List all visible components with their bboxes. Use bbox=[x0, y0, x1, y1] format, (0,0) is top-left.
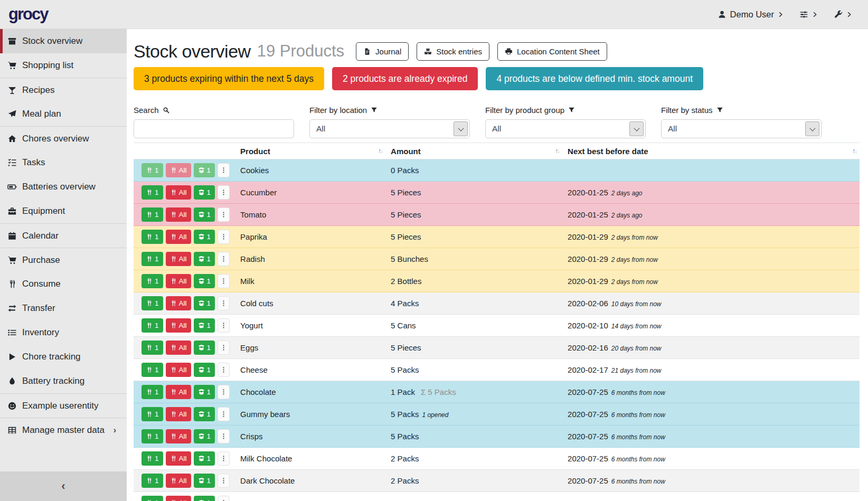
sidebar-item-example-userentity[interactable]: Example userentity bbox=[0, 393, 127, 418]
sidebar-item-tasks[interactable]: Tasks bbox=[0, 150, 127, 175]
sidebar-item-equipment[interactable]: Equipment bbox=[0, 199, 127, 223]
sidebar-item-meal-plan[interactable]: Meal plan bbox=[0, 102, 127, 126]
alert-info[interactable]: 4 products are below defined min. stock … bbox=[486, 67, 703, 90]
mark-opened-button[interactable]: 1 bbox=[194, 407, 215, 421]
mark-opened-button[interactable]: 1 bbox=[194, 163, 215, 177]
sidebar-item-shopping-list[interactable]: Shopping list bbox=[0, 53, 127, 78]
location-content-sheet-button[interactable]: Location Content Sheet bbox=[497, 42, 607, 61]
mark-opened-button[interactable]: 1 bbox=[194, 451, 215, 466]
mark-opened-button[interactable]: 1 bbox=[194, 318, 215, 333]
more-actions-button[interactable] bbox=[218, 407, 230, 421]
more-actions-button[interactable] bbox=[218, 496, 230, 501]
stock-entries-button[interactable]: Stock entries bbox=[417, 42, 489, 61]
consume-one-button[interactable]: 1 bbox=[141, 385, 163, 399]
sidebar-item-battery-tracking[interactable]: Battery tracking bbox=[0, 369, 127, 393]
journal-button[interactable]: Journal bbox=[356, 42, 409, 61]
more-actions-button[interactable] bbox=[218, 274, 230, 288]
sidebar-item-manage-master-data[interactable]: Manage master data bbox=[0, 418, 127, 442]
sidebar-item-stock-overview[interactable]: Stock overview bbox=[0, 29, 127, 53]
more-actions-button[interactable] bbox=[218, 252, 230, 266]
consume-all-button[interactable]: All bbox=[166, 274, 191, 288]
mark-opened-button[interactable]: 1 bbox=[194, 296, 215, 310]
mark-opened-button[interactable]: 1 bbox=[194, 474, 215, 488]
product-group-select[interactable]: All bbox=[485, 119, 646, 138]
sidebar-item-consume[interactable]: Consume bbox=[0, 272, 127, 296]
mark-opened-button[interactable]: 1 bbox=[194, 496, 215, 501]
consume-one-button[interactable]: 1 bbox=[141, 185, 163, 200]
consume-one-button[interactable]: 1 bbox=[141, 274, 163, 288]
mark-opened-button[interactable]: 1 bbox=[194, 274, 215, 288]
consume-all-button[interactable]: All bbox=[166, 318, 191, 333]
consume-all-button[interactable]: All bbox=[166, 185, 191, 200]
admin-menu[interactable] bbox=[834, 10, 852, 19]
location-select[interactable]: All bbox=[309, 119, 470, 138]
more-actions-button[interactable] bbox=[218, 163, 230, 177]
consume-one-button[interactable]: 1 bbox=[141, 451, 163, 466]
sidebar-item-batteries-overview[interactable]: Batteries overview bbox=[0, 175, 127, 199]
consume-one-button[interactable]: 1 bbox=[141, 496, 163, 501]
consume-all-button[interactable]: All bbox=[166, 474, 191, 488]
consume-all-button[interactable]: All bbox=[166, 385, 191, 399]
sidebar-item-chore-tracking[interactable]: Chore tracking bbox=[0, 345, 127, 369]
more-actions-button[interactable] bbox=[218, 451, 230, 466]
more-actions-button[interactable] bbox=[218, 429, 230, 443]
alert-danger[interactable]: 2 products are already expired bbox=[332, 67, 478, 90]
mark-opened-button[interactable]: 1 bbox=[194, 185, 215, 200]
grocy-logo[interactable]: grocy bbox=[8, 5, 48, 24]
sidebar-item-purchase[interactable]: Purchase bbox=[0, 248, 127, 272]
more-actions-button[interactable] bbox=[218, 207, 230, 222]
sidebar-item-recipes[interactable]: Recipes bbox=[0, 78, 127, 102]
mark-opened-button[interactable]: 1 bbox=[194, 207, 215, 222]
mark-opened-button[interactable]: 1 bbox=[194, 230, 215, 244]
consume-one-button[interactable]: 1 bbox=[141, 474, 163, 488]
more-actions-button[interactable] bbox=[218, 185, 230, 200]
sidebar-item-chores-overview[interactable]: Chores overview bbox=[0, 126, 127, 150]
consume-one-button[interactable]: 1 bbox=[141, 341, 163, 355]
more-actions-button[interactable] bbox=[218, 230, 230, 244]
consume-one-button[interactable]: 1 bbox=[141, 230, 163, 244]
consume-all-button[interactable]: All bbox=[166, 296, 191, 310]
mark-opened-button[interactable]: 1 bbox=[194, 429, 215, 443]
settings-menu[interactable] bbox=[799, 10, 818, 19]
consume-one-button[interactable]: 1 bbox=[141, 207, 163, 222]
search-input[interactable] bbox=[134, 119, 294, 138]
mark-opened-button[interactable]: 1 bbox=[194, 385, 215, 399]
user-menu[interactable]: Demo User bbox=[718, 10, 784, 20]
more-actions-button[interactable] bbox=[218, 385, 230, 399]
more-actions-button[interactable] bbox=[218, 363, 230, 377]
consume-all-button[interactable]: All bbox=[166, 341, 191, 355]
consume-all-button[interactable]: All bbox=[166, 451, 191, 466]
status-select[interactable]: All bbox=[661, 119, 822, 138]
sidebar-item-inventory[interactable]: Inventory bbox=[0, 320, 127, 345]
best-before-column-header[interactable]: Next best before date bbox=[562, 143, 860, 159]
consume-one-button[interactable]: 1 bbox=[141, 363, 163, 377]
consume-one-button[interactable]: 1 bbox=[141, 407, 163, 421]
consume-all-button[interactable]: All bbox=[166, 207, 191, 222]
more-actions-button[interactable] bbox=[218, 341, 230, 355]
consume-one-button[interactable]: 1 bbox=[141, 252, 163, 266]
more-actions-button[interactable] bbox=[218, 296, 230, 310]
consume-all-button[interactable]: All bbox=[166, 252, 191, 266]
consume-all-button[interactable]: All bbox=[166, 496, 191, 501]
mark-opened-button[interactable]: 1 bbox=[194, 363, 215, 377]
consume-one-button[interactable]: 1 bbox=[141, 163, 163, 177]
consume-all-button[interactable]: All bbox=[166, 407, 191, 421]
consume-all-button[interactable]: All bbox=[166, 230, 191, 244]
mark-opened-button[interactable]: 1 bbox=[194, 341, 215, 355]
row-actions: 1All1 bbox=[134, 448, 235, 470]
amount-column-header[interactable]: Amount bbox=[385, 143, 562, 159]
consume-all-button[interactable]: All bbox=[166, 363, 191, 377]
mark-opened-button[interactable]: 1 bbox=[194, 252, 215, 266]
alert-warning[interactable]: 3 products expiring within the next 5 da… bbox=[134, 67, 324, 90]
consume-one-button[interactable]: 1 bbox=[141, 318, 163, 333]
sidebar-item-calendar[interactable]: Calendar bbox=[0, 223, 127, 248]
consume-one-button[interactable]: 1 bbox=[141, 296, 163, 310]
sidebar-item-transfer[interactable]: Transfer bbox=[0, 296, 127, 320]
consume-one-button[interactable]: 1 bbox=[141, 429, 163, 443]
consume-all-button[interactable]: All bbox=[166, 163, 191, 177]
sidebar-collapse-button[interactable]: ‹ bbox=[0, 471, 127, 501]
product-column-header[interactable]: Product bbox=[235, 143, 385, 159]
more-actions-button[interactable] bbox=[218, 318, 230, 333]
consume-all-button[interactable]: All bbox=[166, 429, 191, 443]
more-actions-button[interactable] bbox=[218, 474, 230, 488]
